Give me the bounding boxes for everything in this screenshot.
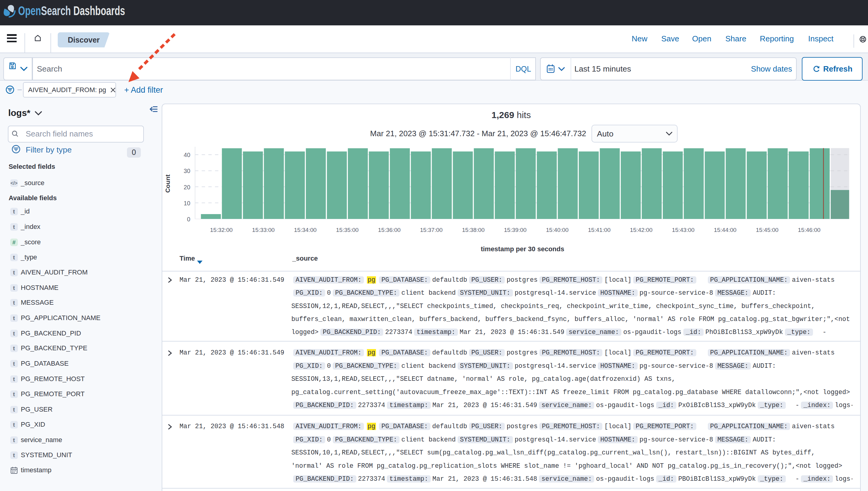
- svg-text:15:32:00: 15:32:00: [210, 227, 233, 233]
- svg-text:20: 20: [184, 184, 190, 191]
- svg-text:15:34:00: 15:34:00: [294, 227, 317, 233]
- svg-text:15:39:00: 15:39:00: [504, 227, 527, 233]
- svg-text:15:38:00: 15:38:00: [462, 227, 485, 233]
- svg-text:15:41:00: 15:41:00: [588, 227, 611, 233]
- svg-text:15:36:00: 15:36:00: [378, 227, 401, 233]
- svg-text:40: 40: [184, 152, 190, 158]
- svg-text:15:40:00: 15:40:00: [546, 227, 569, 233]
- svg-text:10: 10: [184, 200, 190, 206]
- svg-text:15:43:00: 15:43:00: [672, 227, 695, 233]
- svg-text:15:44:00: 15:44:00: [714, 227, 736, 233]
- svg-text:30: 30: [184, 168, 190, 174]
- svg-text:15:46:00: 15:46:00: [798, 227, 820, 233]
- svg-text:15:33:00: 15:33:00: [252, 227, 275, 233]
- svg-text:Count: Count: [164, 175, 171, 193]
- svg-text:15:45:00: 15:45:00: [756, 227, 779, 233]
- svg-text:15:42:00: 15:42:00: [630, 227, 653, 233]
- svg-text:15:35:00: 15:35:00: [336, 227, 359, 233]
- svg-text:15:37:00: 15:37:00: [420, 227, 443, 233]
- svg-text:0: 0: [187, 216, 190, 223]
